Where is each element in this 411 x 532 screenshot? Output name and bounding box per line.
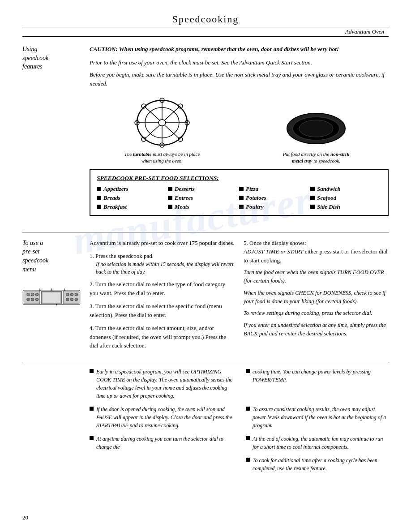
header-subtitle: Advantium Oven [22, 28, 384, 35]
bottom-notes: Early in a speedcook program, you will s… [22, 368, 389, 478]
svg-line-10 [145, 125, 160, 139]
intro-text1: Prior to the first use of your oven, the… [90, 58, 389, 67]
food-item-poultry: Poultry [239, 203, 310, 210]
food-bullet [310, 205, 315, 209]
page-title: Speedcooking [22, 13, 389, 25]
svg-point-34 [70, 293, 73, 296]
step2-num: 2. [90, 281, 94, 287]
oven-svg [22, 284, 81, 309]
svg-point-36 [66, 298, 69, 301]
note-text-8: To cook for additional time after a cook… [253, 456, 389, 472]
note-text-2: cooking time. You can change power level… [253, 368, 389, 384]
steps-col-right: 5. Once the display shows: ADJUST TIME o… [244, 239, 389, 355]
food-bullet [168, 187, 172, 191]
food-bullet [310, 196, 315, 200]
food-grid: Appetizers Desserts Pizza Sandwich [97, 185, 381, 210]
note-check: When the oven signals CHECK for DONENESS… [244, 289, 389, 306]
svg-rect-32 [63, 291, 79, 304]
step1: 1. Press the speedcook pad. If no select… [90, 252, 235, 275]
turntable-section: The turntable must always be in placewhe… [90, 97, 389, 165]
food-item-potatoes: Potatoes [239, 194, 310, 202]
food-item-sidedish: Side Dish [310, 203, 381, 210]
food-bullet [168, 205, 172, 209]
header-divider1 [22, 27, 389, 27]
note-bullet [246, 407, 250, 411]
note-bullet [90, 407, 94, 411]
svg-point-26 [35, 293, 39, 296]
section1-right: CAUTION: When using speedcook programs, … [90, 45, 389, 224]
note-item-7-empty [90, 456, 232, 472]
caution-text: CAUTION: When using speedcook programs, … [90, 46, 339, 52]
food-bullet [168, 196, 172, 200]
note-text-5: At anytime during cooking you can turn t… [96, 435, 232, 451]
svg-point-29 [35, 298, 39, 301]
svg-line-9 [164, 107, 180, 120]
intro-text2: Before you begin, make sure the turntabl… [90, 70, 389, 88]
svg-marker-40 [51, 289, 52, 291]
section2-right: Advantium is already pre-set to cook ove… [90, 239, 389, 355]
note-item-3: If the door is opened during cooking, th… [90, 405, 232, 429]
svg-point-25 [31, 293, 34, 296]
turntable-item: The turntable must always be in placewhe… [90, 97, 235, 165]
svg-point-38 [75, 298, 78, 301]
food-item-meats: Meats [168, 203, 239, 210]
steps-list: 1. Press the speedcook pad. If no select… [90, 252, 235, 350]
note-text-4: To assure consistent cooking results, th… [253, 405, 389, 429]
note-item-8: To cook for additional time after a cook… [246, 456, 389, 472]
food-bullet [239, 187, 244, 191]
food-bullet [97, 187, 101, 191]
note-bullet [90, 369, 94, 373]
svg-point-27 [27, 298, 30, 301]
note-turnover: Turn the food over when the oven signals… [244, 268, 389, 285]
note-item-4: To assure consistent cooking results, th… [246, 405, 389, 429]
tray-caption: Put food directly on the non-stickmetal … [244, 151, 389, 165]
step3-text: Turn the selector dial to select the spe… [90, 303, 222, 318]
food-bullet [97, 205, 101, 209]
food-bullet [239, 205, 244, 209]
food-item-sandwich: Sandwich [310, 185, 381, 193]
section2-left: To use apre-setspeedcookmenu [22, 239, 90, 355]
note-item-1: Early in a speedcook program, you will s… [90, 368, 232, 400]
section-divider [22, 232, 389, 232]
turntable-caption: The turntable must always be in placewhe… [90, 151, 235, 165]
note-bullet [246, 458, 250, 462]
svg-marker-42 [39, 289, 41, 291]
section2-content: To use apre-setspeedcookmenu [22, 239, 389, 355]
svg-point-37 [70, 298, 73, 301]
svg-line-8 [164, 125, 180, 139]
svg-marker-44 [64, 289, 65, 291]
note-text-6: At the end of cooking, the automatic fan… [253, 435, 389, 451]
section1-content: Usingspeedcookfeatures CAUTION: When usi… [22, 45, 389, 224]
food-selections-title: SPEEDCOOK PRE-SET FOOD SELECTIONS: [97, 175, 381, 182]
page-number: 20 [22, 514, 28, 521]
svg-point-28 [31, 298, 34, 301]
food-bullet [239, 196, 244, 200]
step3-num: 3. [90, 303, 94, 309]
step4-num: 4. [90, 325, 94, 331]
food-item-desserts: Desserts [168, 185, 239, 193]
step2-text: Turn the selector dial to select the typ… [90, 281, 225, 296]
food-item-breakfast: Breakfast [97, 203, 168, 210]
note-item-5: At anytime during cooking you can turn t… [90, 435, 232, 451]
note-back: If you enter an undesired selection at a… [244, 321, 389, 338]
step5-num: 5. [244, 240, 248, 246]
food-item-entrees: Entrees [168, 194, 239, 202]
note-item-6: At the end of cooking, the automatic fan… [246, 435, 389, 451]
svg-point-24 [27, 293, 30, 296]
note-text-1: Early in a speedcook program, you will s… [96, 368, 232, 400]
note-review: To review settings during cooking, press… [244, 309, 389, 317]
step3: 3. Turn the selector dial to select the … [90, 302, 235, 319]
food-item-pizza: Pizza [239, 185, 310, 193]
step2: 2. Turn the selector dial to select the … [90, 280, 235, 297]
step5-detail: ADJUST TIME or START [244, 248, 304, 255]
svg-point-21 [299, 120, 333, 137]
food-bullet [310, 187, 315, 191]
food-selections-box: SPEEDCOOK PRE-SET FOOD SELECTIONS: Appet… [90, 169, 389, 216]
svg-point-35 [75, 293, 78, 296]
note-bullet [246, 436, 250, 440]
header-divider2 [22, 36, 389, 37]
food-item-breads: Breads [97, 194, 168, 202]
turntable-svg [133, 97, 191, 148]
section2-label: To use apre-setspeedcookmenu [22, 239, 85, 274]
step4: 4. Turn the selector dial to select amou… [90, 324, 235, 350]
